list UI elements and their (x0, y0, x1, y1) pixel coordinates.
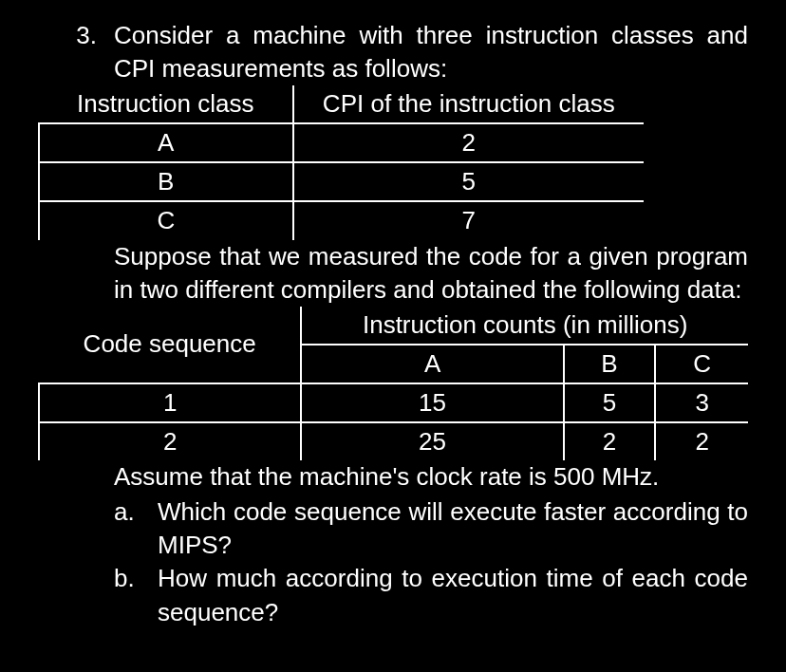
table-cell: C (39, 201, 293, 239)
table-header: Instruction counts (in millions) (301, 307, 748, 345)
subpart-b: b. How much according to execution time … (114, 562, 748, 628)
subpart-label: b. (114, 562, 158, 628)
instruction-count-table: Code sequence Instruction counts (in mil… (38, 307, 748, 460)
intro-text: Consider a machine with three instructio… (114, 19, 748, 85)
problem-container: 3. Consider a machine with three instruc… (19, 19, 748, 629)
table-cell: 2 (564, 422, 656, 460)
table-header: B (564, 345, 656, 383)
table-header: Instruction class (39, 85, 293, 123)
table-row: 2 25 2 2 (39, 422, 748, 460)
table-cell: 2 (39, 422, 301, 460)
table-row: C 7 (39, 201, 644, 239)
assume-text: Assume that the machine's clock rate is … (114, 460, 748, 494)
subpart-text: Which code sequence will execute faster … (158, 495, 748, 562)
table-cell: 7 (293, 201, 644, 239)
table-cell: 25 (301, 422, 563, 460)
table-header: CPI of the instruction class (293, 85, 644, 123)
table-row: A 2 (39, 123, 644, 162)
table-header: A (301, 345, 563, 383)
table-row: B 5 (39, 162, 644, 201)
table-cell: 3 (655, 383, 748, 422)
table-header: C (655, 345, 748, 383)
table-row: 1 15 5 3 (39, 383, 748, 422)
table-header: Code sequence (39, 307, 301, 383)
problem-content: Consider a machine with three instructio… (114, 19, 748, 629)
table-cell: 5 (293, 162, 644, 201)
cpi-table: Instruction class CPI of the instruction… (38, 85, 644, 239)
subpart-label: a. (114, 495, 158, 562)
table-cell: 2 (655, 422, 748, 460)
mid-paragraph: Suppose that we measured the code for a … (114, 240, 748, 307)
table-cell: 15 (301, 383, 563, 422)
table-cell: B (39, 162, 293, 201)
subpart-a: a. Which code sequence will execute fast… (114, 495, 748, 562)
subparts-list: a. Which code sequence will execute fast… (114, 495, 748, 628)
table-cell: 1 (39, 383, 301, 422)
table-cell: 2 (293, 123, 644, 162)
table-cell: 5 (564, 383, 656, 422)
subpart-text: How much according to execution time of … (158, 562, 748, 628)
table-cell: A (39, 123, 293, 162)
